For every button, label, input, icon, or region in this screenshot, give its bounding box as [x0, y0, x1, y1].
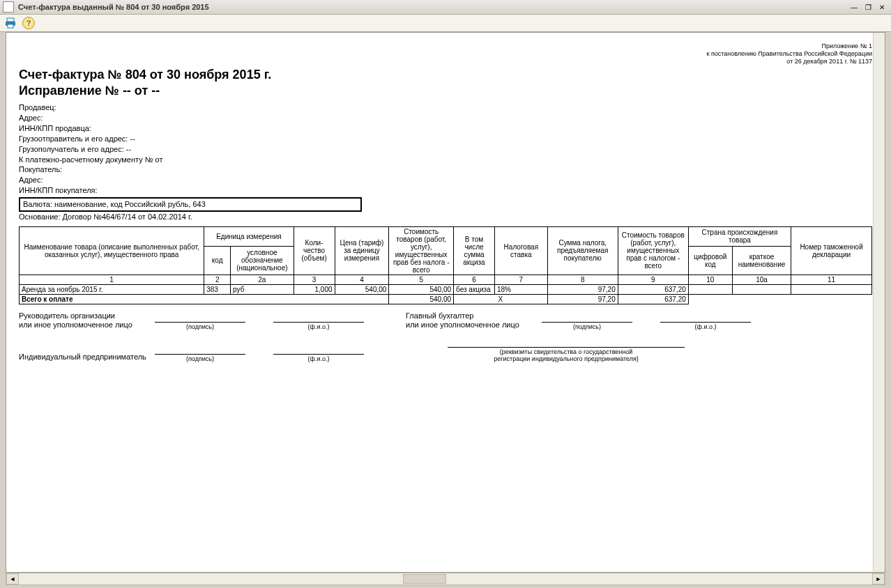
cell-country-name [732, 284, 791, 294]
num-10a: 10а [732, 274, 791, 284]
num-7: 7 [494, 274, 547, 284]
appendix-line3: от 26 декабря 2011 г. № 1137 [19, 58, 872, 65]
col-cost-no-tax: Стоимость товаров (работ, услуг), имущес… [389, 226, 454, 274]
cell-tax-sum: 97,20 [547, 284, 618, 294]
acc-fio-line: (ф.и.о.) [660, 322, 751, 330]
basis-line: Основание: Договор №464/67/14 от 04.02.2… [19, 212, 872, 222]
seller-line: Продавец: [19, 102, 872, 113]
acc-sig-line: (подпись) [542, 322, 632, 330]
col-name: Наименование товара (описание выполненны… [20, 226, 204, 274]
buyer-line: Покупатель: [19, 164, 872, 175]
table-row: Аренда за ноябрь 2015 г. 383 руб 1,000 5… [20, 284, 872, 294]
head-label: Руководитель организации или иное уполно… [19, 311, 155, 331]
document-title: Счет-фактура № 804 от 30 ноября 2015 г. [19, 68, 872, 82]
col-tax-sum: Сумма налога, предъявляемая покупателю [547, 226, 618, 274]
num-4: 4 [335, 274, 389, 284]
col-customs: Номер таможенной декларации [791, 226, 872, 274]
appendix-line2: к постановлению Правительства Российской… [19, 50, 872, 58]
total-cost-no-tax: 540,00 [389, 294, 454, 304]
svg-rect-2 [8, 24, 13, 28]
num-3: 3 [294, 274, 335, 284]
ent-sig-line: (подпись) [155, 354, 245, 362]
window-titlebar: Счет-фактура выданный № 804 от 30 ноября… [0, 0, 891, 15]
head-fio-line: (ф.и.о.) [273, 322, 364, 330]
buyer-address-line: Адрес: [19, 175, 872, 185]
cell-cost-no-tax: 540,00 [389, 284, 454, 294]
total-row: Всего к оплате 540,00 Х 97,20 637,20 [20, 294, 872, 304]
col-country: Страна происхождения товара [688, 226, 791, 246]
toolbar: ? [0, 15, 891, 32]
col-unit-code: код [204, 246, 231, 274]
horizontal-scrollbar[interactable]: ◄ ► [6, 573, 885, 585]
col-unit-sym: условное обозначение (национальное) [231, 246, 294, 274]
printer-icon [5, 17, 16, 29]
col-country-name: краткое наименование [732, 246, 791, 274]
num-2a: 2а [231, 274, 294, 284]
col-tax-rate: Налоговая ставка [494, 226, 547, 274]
cell-price: 540,00 [335, 284, 389, 294]
scroll-thumb[interactable] [403, 574, 446, 584]
cell-tax-rate: 18% [494, 284, 547, 294]
document-correction: Исправление № -- от -- [19, 84, 872, 98]
inn-seller-line: ИНН/КПП продавца: [19, 123, 872, 134]
consignee-line: Грузополучатель и его адрес: -- [19, 144, 872, 155]
total-label: Всего к оплате [20, 294, 389, 304]
document-page: Приложение № 1 к постановлению Правитель… [6, 33, 885, 375]
scroll-track[interactable] [19, 573, 872, 585]
cell-qty: 1,000 [294, 284, 335, 294]
ent-fio-line: (ф.и.о.) [273, 354, 364, 362]
cell-customs [791, 284, 872, 294]
cell-excise: без акциза [454, 284, 495, 294]
ent-legal-line: (реквизиты свидетельства о государственн… [448, 347, 685, 362]
invoice-table: Наименование товара (описание выполненны… [19, 226, 872, 304]
scroll-left-button[interactable]: ◄ [6, 573, 19, 585]
cell-unit-sym: руб [231, 284, 294, 294]
num-1: 1 [20, 274, 204, 284]
col-cost-with-tax: Стоимость товаров (работ, услуг), имущес… [618, 226, 688, 274]
accountant-label: Главный бухгалтер или иное уполномоченно… [406, 311, 542, 331]
entrepreneur-label: Индивидуальный предприниматель [19, 353, 155, 362]
col-unit: Единица измерения [204, 226, 294, 246]
scroll-right-button[interactable]: ► [872, 573, 885, 585]
cell-country-code [688, 284, 732, 294]
cell-unit-code: 383 [204, 284, 231, 294]
appendix-line1: Приложение № 1 [19, 42, 872, 50]
window-title: Счет-фактура выданный № 804 от 30 ноября… [18, 3, 209, 11]
num-10: 10 [688, 274, 732, 284]
print-button[interactable] [4, 17, 17, 29]
num-11: 11 [791, 274, 872, 284]
num-6: 6 [454, 274, 495, 284]
payment-doc-line: К платежно-расчетному документу № от [19, 155, 872, 165]
cell-name: Аренда за ноябрь 2015 г. [20, 284, 204, 294]
num-2: 2 [204, 274, 231, 284]
vertical-scrollbar[interactable] [873, 33, 885, 572]
col-excise: В том числе сумма акциза [454, 226, 495, 274]
svg-rect-0 [7, 18, 14, 22]
help-button[interactable]: ? [22, 17, 35, 29]
head-sig-line: (подпись) [155, 322, 245, 330]
total-excise-x: Х [454, 294, 548, 304]
num-5: 5 [389, 274, 454, 284]
document-viewer: Приложение № 1 к постановлению Правитель… [6, 32, 885, 573]
num-8: 8 [547, 274, 618, 284]
cell-cost-with-tax: 637,20 [618, 284, 688, 294]
inn-buyer-line: ИНН/КПП покупателя: [19, 185, 872, 196]
help-icon: ? [22, 17, 35, 29]
signatures-block: Руководитель организации или иное уполно… [19, 311, 872, 363]
address-line: Адрес: [19, 113, 872, 123]
app-icon [3, 1, 14, 13]
close-button[interactable]: ✕ [876, 2, 888, 12]
col-country-code: цифровой код [688, 246, 732, 274]
currency-line: Валюта: наименование, код Российский руб… [19, 197, 362, 212]
col-price: Цена (тариф) за единицу измерения [335, 226, 389, 274]
consignor-line: Грузоотправитель и его адрес: -- [19, 134, 872, 144]
header-block: Продавец: Адрес: ИНН/КПП продавца: Грузо… [19, 102, 872, 222]
total-cost-with-tax: 637,20 [618, 294, 688, 304]
appendix-note: Приложение № 1 к постановлению Правитель… [19, 42, 872, 65]
num-9: 9 [618, 274, 688, 284]
col-qty: Коли- чество (объем) [294, 226, 335, 274]
restore-button[interactable]: ❐ [862, 2, 874, 12]
total-tax-sum: 97,20 [547, 294, 618, 304]
minimize-button[interactable]: — [848, 2, 860, 12]
